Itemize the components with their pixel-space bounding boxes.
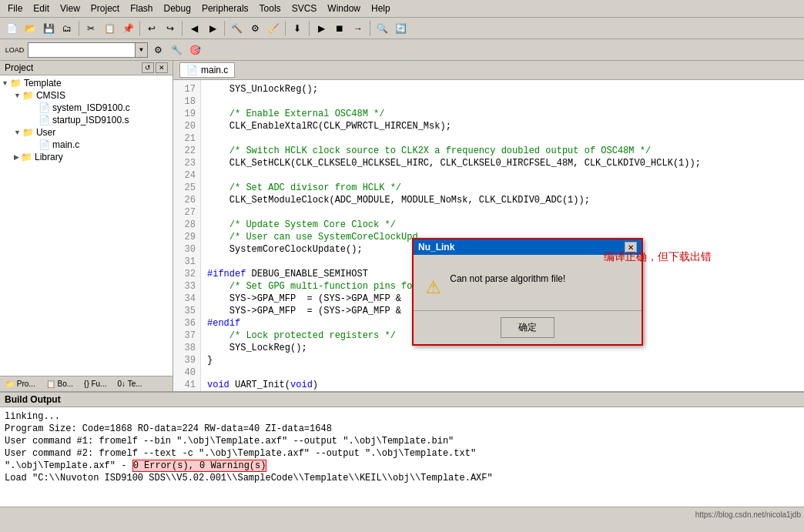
library-folder-icon: 📁 [21,152,32,162]
tree-mainc[interactable]: 📄 main.c [2,139,171,151]
redo-btn[interactable]: ↪ [162,20,179,37]
build-btn[interactable]: 🔨 [228,20,245,37]
editor-tab-bar: 📄 main.c [173,61,804,80]
load-btn[interactable]: LOAD [3,42,26,59]
build-output-content[interactable]: linking... Program Size: Code=1868 RO-da… [0,407,804,507]
project-refresh-btn[interactable]: ↺ [142,62,154,73]
cut-btn[interactable]: ✂ [82,20,99,37]
code-line-25: /* Set ADC divisor from HCLK */ [207,182,798,194]
menu-tools[interactable]: Tools [255,2,286,15]
statusbar: https://blog.csdn.net/nicola1jdb [0,507,804,522]
build-all-btn[interactable]: ⚙ [246,20,263,37]
template-input[interactable]: Template [28,42,136,58]
user-expand-icon: ▼ [14,129,21,136]
code-line-28: /* Update System Core Clock */ [207,219,798,231]
open-btn[interactable]: 📂 [22,20,39,37]
menu-debug[interactable]: Debug [159,2,196,15]
template-dropdown[interactable]: Template ▼ [28,42,148,58]
debug-stop-btn[interactable]: ⏹ [331,20,348,37]
menu-window[interactable]: Window [323,2,365,15]
save-btn[interactable]: 💾 [40,20,57,37]
build-line-5: ".\obj\Template.axf" - 0 Error(s), 0 War… [5,460,799,472]
paste-btn[interactable]: 📌 [119,20,136,37]
code-line-24 [207,169,798,182]
project-panel: Project ↺ ✕ ▼ 📁 Template ▼ 📁 CMSIS 📄 [0,61,173,391]
tab-te[interactable]: 0↓ Te... [112,377,148,390]
project-close-btn[interactable]: ✕ [156,62,168,73]
code-line-39: } [207,354,798,366]
sep5 [285,21,286,36]
dialog-title: Nu_Link [418,242,454,253]
download-btn[interactable]: ⬇ [289,20,306,37]
save-all-btn[interactable]: 🗂 [59,20,75,37]
error-highlight: 0 Error(s), 0 Warning(s) [132,460,267,472]
tree-startup[interactable]: 📄 startup_ISD9100.s [2,114,171,126]
menu-flash[interactable]: Flash [126,2,157,15]
menu-view[interactable]: View [55,2,85,15]
menu-project[interactable]: Project [86,2,124,15]
dialog-message: Can not parse algorithm file! [450,270,565,284]
main-area: Project ↺ ✕ ▼ 📁 Template ▼ 📁 CMSIS 📄 [0,61,804,391]
dialog-confirm-btn[interactable]: 确定 [501,317,554,338]
tree-cmsis[interactable]: ▼ 📁 CMSIS [2,89,171,102]
system-file-icon: 📄 [39,102,50,113]
code-line-26: CLK_SetModuleClock(ADC_MODULE, MODULE_No… [207,194,798,206]
build-line-1: linking... [5,410,799,423]
tree-root[interactable]: ▼ 📁 Template [2,77,171,89]
editor-area: 📄 main.c 1718192021 2223242526 272829303… [173,61,804,391]
clean-btn[interactable]: 🧹 [265,20,282,37]
new-btn[interactable]: 📄 [3,20,20,37]
build-line-2: Program Size: Code=1868 RO-data=224 RW-d… [5,423,799,435]
tab-pro[interactable]: 📁 Pro... [0,377,41,390]
replace-btn[interactable]: 🔄 [392,20,409,37]
settings-btn[interactable]: ⚙ [149,42,166,59]
mainc-file-icon: 📄 [39,139,50,150]
code-line-41: void UART_Init(void) [207,379,798,391]
menu-file[interactable]: File [3,2,27,15]
build-line-3: User command #1: fromelf --bin ".\obj\Te… [5,435,799,447]
code-line-18 [207,95,798,108]
dialog-titlebar: Nu_Link ✕ [414,239,642,255]
menu-peripherals[interactable]: Peripherals [197,2,253,15]
nav-fwd-btn[interactable]: ▶ [204,20,221,37]
project-tree: ▼ 📁 Template ▼ 📁 CMSIS 📄 system_ISD9100.… [0,75,173,376]
menu-edit[interactable]: Edit [28,2,54,15]
dialog-close-btn[interactable]: ✕ [625,242,637,253]
dialog-body: ⚠ Can not parse algorithm file! [414,255,642,310]
root-expand-icon: ▼ [2,79,8,87]
find-btn[interactable]: 🔍 [374,20,390,37]
status-text: https://blog.csdn.net/nicola1jdb [695,510,801,519]
tree-startup-label: startup_ISD9100.s [52,115,129,125]
menu-svcs[interactable]: SVCS [287,2,322,15]
debug-step-btn[interactable]: → [350,20,367,37]
menu-help[interactable]: Help [367,2,395,15]
target-btn[interactable]: 🎯 [186,42,203,59]
user-folder-icon: 📁 [22,127,34,138]
tree-system-label: system_ISD9100.c [52,102,130,113]
project-header: Project ↺ ✕ [0,61,173,75]
copy-btn[interactable]: 📋 [101,20,118,37]
build-line-4: User command #2: fromelf --text -c ".\ob… [5,447,799,460]
build-output-header: Build Output [0,393,804,407]
code-line-17: SYS_UnlockReg(); [207,83,798,95]
tree-library[interactable]: ▶ 📁 Library [2,151,171,163]
code-line-22: /* Switch HCLK clock source to CLK2X a f… [207,145,798,157]
sep6 [309,21,310,36]
tree-user[interactable]: ▼ 📁 User [2,126,171,139]
nav-back-btn[interactable]: ◀ [186,20,203,37]
code-line-23: CLK_SetHCLK(CLK_CLKSEL0_HCLKSEL_HIRC, CL… [207,157,798,169]
editor-tab-mainc[interactable]: 📄 main.c [179,62,235,78]
tab-fu[interactable]: {} Fu... [79,377,112,390]
template-dropdown-arrow[interactable]: ▼ [136,42,148,58]
code-line-40 [207,366,798,379]
code-line-20: CLK_EnableXtalRC(CLK_PWRCTL_HIRCEN_Msk); [207,120,798,132]
debug-start-btn[interactable]: ▶ [313,20,330,37]
sep7 [370,21,370,36]
code-line-27 [207,206,798,219]
tree-system[interactable]: 📄 system_ISD9100.c [2,102,171,114]
undo-btn[interactable]: ↩ [143,20,160,37]
dialog-footer: 确定 [414,310,642,344]
options-btn[interactable]: 🔧 [168,42,185,59]
tree-cmsis-label: CMSIS [36,90,65,101]
tab-bo[interactable]: 📋 Bo... [41,377,79,390]
